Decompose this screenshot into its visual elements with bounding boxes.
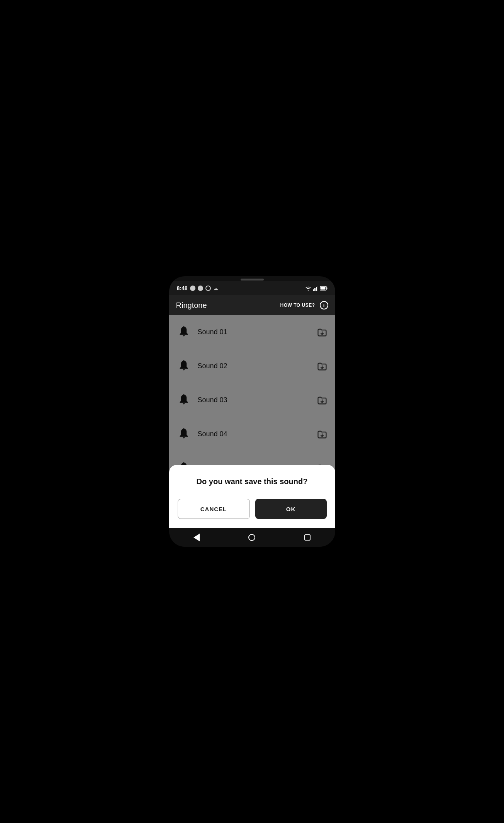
recents-icon: [304, 534, 311, 541]
header-right: HOW TO USE? i: [280, 301, 328, 309]
back-icon: [193, 534, 200, 541]
wifi-icon: [305, 286, 311, 291]
cancel-button[interactable]: CANCEL: [178, 499, 250, 519]
status-left: 8:48 ☁: [177, 285, 218, 291]
svg-rect-6: [326, 287, 327, 289]
dialog-buttons: CANCEL OK: [178, 499, 327, 519]
home-button[interactable]: [244, 530, 260, 545]
svg-rect-5: [320, 287, 325, 290]
status-time: 8:48: [177, 285, 188, 291]
info-button[interactable]: i: [320, 301, 328, 309]
dot-icon-2: [198, 286, 203, 291]
save-dialog: Do you want save this sound? CANCEL OK: [169, 465, 335, 528]
nav-bar: [169, 528, 335, 547]
device-frame: 8:48 ☁: [169, 276, 335, 547]
notch: [241, 279, 264, 281]
battery-icon: [320, 286, 328, 291]
svg-rect-2: [316, 287, 317, 291]
how-to-use-label[interactable]: HOW TO USE?: [280, 303, 315, 308]
recents-button[interactable]: [300, 530, 315, 545]
status-icons-right: [305, 286, 328, 291]
signal-icon: [313, 286, 318, 291]
dot-icon-1: [190, 286, 195, 291]
home-icon: [248, 534, 255, 541]
content-area: Sound 01 Sound 02: [169, 315, 335, 528]
circle-icon: [205, 286, 211, 291]
status-bar: 8:48 ☁: [169, 281, 335, 295]
app-header: Ringtone HOW TO USE? i: [169, 295, 335, 315]
dialog-title: Do you want save this sound?: [178, 476, 327, 486]
svg-rect-1: [314, 288, 316, 291]
svg-rect-3: [317, 286, 318, 291]
ok-button[interactable]: OK: [255, 499, 327, 519]
app-title: Ringtone: [176, 301, 207, 310]
cloud-icon: ☁: [213, 286, 218, 291]
svg-rect-0: [313, 289, 314, 291]
dialog-overlay: Do you want save this sound? CANCEL OK: [169, 315, 335, 528]
back-button[interactable]: [189, 530, 204, 545]
